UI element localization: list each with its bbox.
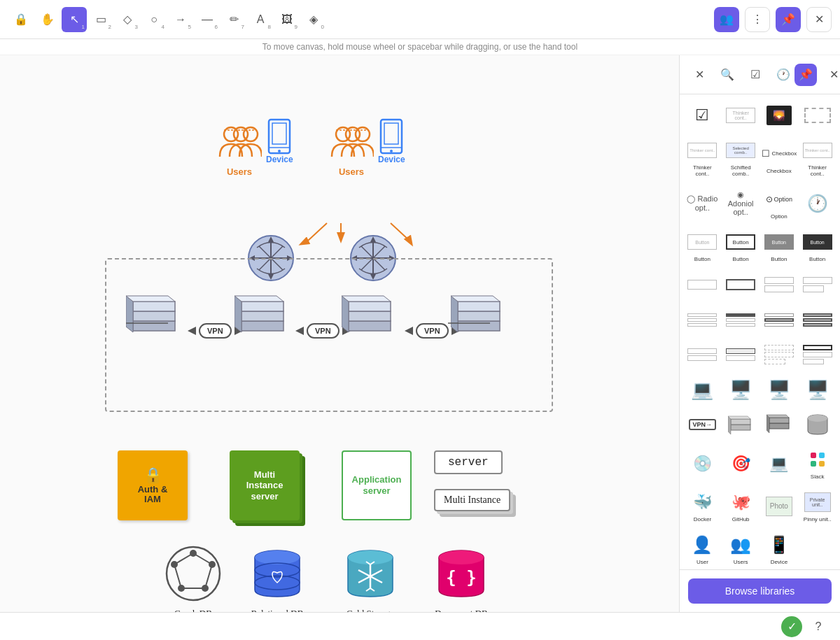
select-tool[interactable]: ↖1 — [62, 7, 87, 32]
hint-text: To move canvas, hold mouse wheel or spac… — [262, 42, 578, 52]
panel-item-rect3[interactable] — [762, 269, 797, 300]
panel-item-dashed-rect[interactable] — [800, 100, 834, 131]
canvas[interactable]: Users Device — [0, 55, 679, 612]
diamond-tool[interactable]: ◇3 — [115, 7, 140, 32]
vpn-label-3: VPN — [416, 323, 449, 339]
panel-item-image[interactable]: 🌄 — [762, 100, 797, 131]
panel-item-disk[interactable]: 💿 — [685, 444, 720, 483]
private-label: Pinny unit.. — [804, 516, 832, 522]
menu-button[interactable]: ⋮ — [745, 7, 770, 32]
panel-item-btn1[interactable]: Button Button — [685, 227, 720, 265]
radio2-icon: ◉ Adoniol opt.. — [725, 191, 756, 216]
panel-item-text-input[interactable]: Thinker cont.. — [724, 100, 758, 131]
thinker2-label: Thinker cont.. — [802, 164, 833, 177]
panel-item-thinker[interactable]: Thinker cont.. Thinker cont.. — [685, 135, 720, 180]
panel-item-bar4[interactable] — [800, 304, 834, 335]
panel-item-thinker2[interactable]: Thinker cont.. Thinker cont.. — [800, 135, 834, 180]
panel-item-monitor3[interactable]: 🖥️ — [762, 374, 797, 405]
panel-close-button[interactable]: ✕ — [688, 64, 710, 86]
server-stack-4 — [451, 293, 507, 352]
toolbar-left: 🔒 ✋ ↖1 ▭2 ◇3 ○4 →5 —6 ✏7 A8 🖼9 ◈0 — [8, 7, 326, 32]
panel-item-option[interactable]: ⊙Option Option — [762, 184, 797, 222]
panel-close2-button[interactable]: ✕ — [822, 64, 840, 86]
share-button[interactable]: 📌 — [776, 7, 801, 32]
svg-rect-41 — [133, 311, 175, 321]
panel-item-checkbox[interactable]: ☑ — [685, 100, 720, 131]
eraser-tool[interactable]: ◈0 — [301, 7, 326, 32]
photo-icon: Photo — [764, 494, 794, 519]
image-tool[interactable]: 🖼9 — [274, 7, 300, 32]
panel-item-rect1[interactable] — [685, 269, 720, 300]
panel-item-photo[interactable]: Photo — [762, 487, 797, 525]
panel-item-private[interactable]: Private unit.. Pinny unit.. — [800, 487, 834, 525]
panel-item-clock[interactable]: 🕐 — [800, 184, 834, 222]
svg-rect-61 — [458, 321, 500, 331]
panel-item-target[interactable]: 🎯 — [724, 444, 758, 483]
svg-marker-51 — [234, 296, 284, 301]
panel-check-button[interactable]: ☑ — [744, 64, 766, 86]
panel-search-button[interactable]: 🔍 — [716, 64, 738, 86]
panel-item-bar1[interactable] — [685, 304, 720, 335]
panel-item-vpn[interactable]: VPN→ — [685, 409, 720, 440]
panel-item-btn3[interactable]: Button Button — [762, 227, 797, 265]
image-preview: 🌄 — [764, 103, 794, 128]
panel-item-monitor4[interactable]: 🖥️ — [800, 374, 834, 405]
btn3-preview: Button — [764, 229, 794, 255]
panel-item-radio2[interactable]: ◉ Adoniol opt.. — [724, 184, 758, 222]
panel-item-input3[interactable] — [762, 339, 797, 370]
hand-tool[interactable]: ✋ — [35, 7, 60, 32]
panel-item-radio1[interactable]: ◯ Radio opt.. — [685, 184, 720, 222]
server-box-item: server — [434, 450, 503, 474]
panel-item-user[interactable]: 👤 User — [685, 529, 720, 568]
panel-item-laptop[interactable]: 💻 — [762, 444, 797, 483]
input4-icon — [802, 342, 833, 367]
status-bar: ✓ ? — [0, 612, 840, 640]
panel-item-btn2[interactable]: Button Button — [724, 227, 758, 265]
panel-history-button[interactable]: 🕐 — [772, 64, 794, 86]
panel-item-selected-combo[interactable]: Selected comb.. Schifted comb.. — [724, 135, 758, 180]
pen-tool[interactable]: ✏7 — [221, 7, 246, 32]
rect-tool[interactable]: ▭2 — [88, 7, 113, 32]
browse-libraries-button[interactable]: Browse libraries — [688, 578, 832, 604]
circle-tool[interactable]: ○4 — [141, 7, 167, 32]
panel-item-input1[interactable] — [685, 339, 720, 370]
panel-item-slack[interactable]: Slack — [800, 444, 834, 483]
arrow-tool[interactable]: →5 — [168, 7, 193, 32]
server-stack-2 — [234, 293, 290, 352]
panel-item-users[interactable]: 👥 Users — [724, 529, 758, 568]
vpn-label-1: VPN — [199, 323, 232, 339]
panel-item-bar3[interactable] — [762, 304, 797, 335]
panel-item-bar2[interactable] — [724, 304, 758, 335]
panel-item-input2[interactable] — [724, 339, 758, 370]
status-help-button[interactable]: ? — [808, 616, 829, 637]
text-tool[interactable]: A8 — [248, 7, 273, 32]
clock-icon: 🕐 — [802, 191, 833, 216]
svg-marker-101 — [766, 415, 769, 433]
panel-item-monitor1[interactable]: 💻 — [685, 374, 720, 405]
panel-item-rect2[interactable] — [724, 269, 758, 300]
panel-item-docker[interactable]: 🐳 Docker — [685, 487, 720, 525]
svg-rect-56 — [349, 301, 391, 311]
panel-pin-button[interactable]: 📌 — [794, 64, 817, 86]
panel-item-3dserver1[interactable] — [724, 409, 758, 440]
panel-item-3dserver2[interactable] — [762, 409, 797, 440]
svg-marker-64 — [451, 296, 458, 332]
status-check-button[interactable]: ✓ — [781, 616, 802, 637]
panel-item-rect4[interactable] — [800, 269, 834, 300]
panel-items-grid: ☑ Thinker cont.. 🌄 Thinker cont — [680, 94, 840, 569]
lock-icon: 🔒 — [144, 467, 162, 485]
slack-icon — [802, 447, 833, 472]
line-tool[interactable]: —6 — [195, 7, 220, 32]
rect4-preview — [802, 272, 833, 297]
panel-item-input4[interactable] — [800, 339, 834, 370]
collab-button[interactable]: 👥 — [714, 7, 739, 32]
lock-tool[interactable]: 🔒 — [8, 7, 34, 32]
svg-rect-108 — [819, 461, 825, 467]
panel-item-github[interactable]: 🐙 GitHub — [724, 487, 758, 525]
panel-item-device[interactable]: 📱 Device — [762, 529, 797, 568]
panel-item-monitor2[interactable]: 🖥️ — [724, 374, 758, 405]
panel-item-btn4[interactable]: Button Button — [800, 227, 834, 265]
panel-item-checkbox2[interactable]: ☐Checkbox Checkbox — [762, 135, 797, 180]
close-button[interactable]: ✕ — [806, 7, 832, 32]
panel-item-dbflat[interactable] — [800, 409, 834, 440]
